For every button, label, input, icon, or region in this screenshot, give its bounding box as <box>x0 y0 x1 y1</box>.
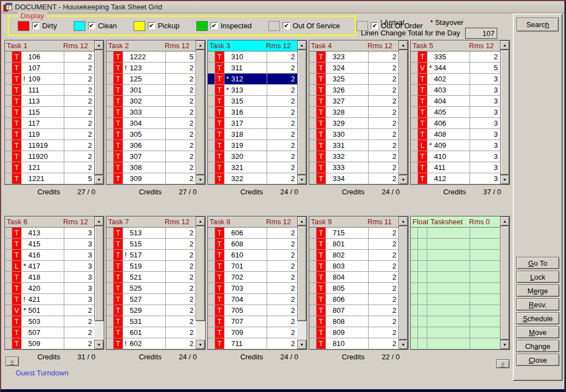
scroll-down-icon[interactable]: ▼ <box>94 340 104 349</box>
room-row[interactable]: T8032 <box>309 261 399 272</box>
room-row[interactable] <box>411 239 500 250</box>
room-row[interactable]: T3172 <box>208 118 297 129</box>
scroll-down-icon[interactable]: ▼ <box>196 175 205 184</box>
room-row[interactable]: T5072 <box>5 327 94 338</box>
scrollbar-thumb[interactable] <box>94 50 104 175</box>
room-row[interactable]: T5312 <box>106 316 196 327</box>
room-row[interactable]: T3302 <box>309 129 399 140</box>
room-row[interactable] <box>411 338 500 349</box>
room-row[interactable]: T4103 <box>411 151 500 162</box>
room-row[interactable]: T3182 <box>208 129 297 140</box>
vertical-scrollbar[interactable]: ▲▼ <box>500 40 509 184</box>
room-row[interactable]: T3032 <box>106 107 196 118</box>
room-row[interactable]: T3102 <box>208 51 297 63</box>
room-row[interactable]: T6062 <box>208 228 297 239</box>
room-row[interactable]: T4063 <box>411 118 500 129</box>
room-row[interactable]: T3212 <box>208 162 297 173</box>
room-row[interactable]: T4123 <box>411 173 500 184</box>
room-row[interactable]: T1212 <box>5 162 94 173</box>
room-row[interactable]: T3092 <box>106 173 196 184</box>
scroll-down-icon[interactable]: ▼ <box>196 340 205 349</box>
room-row[interactable]: T4043 <box>411 96 500 107</box>
room-row[interactable] <box>411 305 500 316</box>
scrollbar-track[interactable] <box>196 321 205 340</box>
go-to-button[interactable]: Go To <box>516 257 559 269</box>
room-row[interactable]: L*4173 <box>5 261 94 272</box>
room-row[interactable]: T5212 <box>106 272 196 283</box>
scrollbar-track[interactable] <box>94 321 104 340</box>
vertical-scrollbar[interactable]: ▲▼ <box>399 216 408 349</box>
room-row[interactable]: T3282 <box>309 107 399 118</box>
scroll-down-icon[interactable]: ▼ <box>399 340 408 349</box>
room-row[interactable]: T4053 <box>411 107 500 118</box>
room-row[interactable]: T7042 <box>208 294 297 305</box>
room-row[interactable]: T7112 <box>208 338 297 349</box>
room-row[interactable]: T7032 <box>208 283 297 294</box>
vertical-scrollbar[interactable]: ▲▼ <box>399 40 408 184</box>
room-row[interactable]: T!5172 <box>106 250 196 261</box>
room-row[interactable]: T4163 <box>5 250 94 261</box>
scroll-down-icon[interactable]: ▼ <box>94 175 104 184</box>
room-row[interactable]: T3072 <box>106 151 196 162</box>
room-row[interactable]: T1132 <box>5 96 94 107</box>
checkbox-out-of-service[interactable]: ✔ <box>283 22 290 29</box>
vertical-scrollbar[interactable]: ▲▼ <box>94 216 104 349</box>
room-row[interactable]: T3062 <box>106 140 196 151</box>
room-row[interactable]: T3272 <box>309 96 399 107</box>
room-row[interactable] <box>411 261 500 272</box>
scroll-up-icon[interactable]: ▲ <box>500 216 509 226</box>
scroll-up-icon[interactable]: ▲ <box>500 40 509 50</box>
room-row[interactable]: T3352 <box>411 51 500 63</box>
lock-button[interactable]: Lock <box>516 271 559 283</box>
room-row[interactable]: T3342 <box>309 173 399 184</box>
room-row[interactable] <box>411 316 500 327</box>
scroll-down-icon[interactable]: ▼ <box>500 175 509 184</box>
room-row[interactable]: L*4093 <box>411 140 500 151</box>
page-previous-button[interactable]: < <box>6 357 19 366</box>
room-row[interactable]: T3042 <box>106 118 196 129</box>
room-row[interactable]: T3252 <box>309 74 399 85</box>
checkbox-clean[interactable]: ✔ <box>88 22 95 29</box>
scrollbar-thumb[interactable] <box>399 50 408 175</box>
room-row[interactable]: T4033 <box>411 85 500 96</box>
room-row[interactable]: T12215 <box>5 173 94 184</box>
move-button[interactable]: Move <box>516 326 559 338</box>
room-row[interactable]: T3222 <box>208 173 297 184</box>
vertical-scrollbar[interactable]: ▲▼ <box>297 216 307 349</box>
scroll-down-icon[interactable]: ▼ <box>500 340 509 349</box>
resv-button[interactable]: Resv. <box>516 298 559 311</box>
scrollbar-thumb[interactable] <box>196 226 205 321</box>
scroll-up-icon[interactable]: ▲ <box>297 40 307 50</box>
room-row[interactable]: T5032 <box>5 316 94 327</box>
room-row[interactable]: T5152 <box>106 239 196 250</box>
room-row[interactable] <box>411 228 500 239</box>
scroll-up-icon[interactable]: ▲ <box>297 216 307 226</box>
scrollbar-thumb[interactable] <box>196 50 205 175</box>
scroll-up-icon[interactable]: ▲ <box>94 40 104 50</box>
room-row[interactable]: T!1092 <box>5 74 94 85</box>
room-row[interactable]: T119202 <box>5 151 94 162</box>
scroll-up-icon[interactable]: ▲ <box>196 40 205 50</box>
room-row[interactable]: T6102 <box>208 250 297 261</box>
room-row[interactable]: T5292 <box>106 305 196 316</box>
room-row[interactable]: T3202 <box>208 151 297 162</box>
room-row[interactable]: T5132 <box>106 228 196 239</box>
room-row[interactable]: T1252 <box>106 74 196 85</box>
scroll-up-icon[interactable]: ▲ <box>399 216 408 226</box>
room-row[interactable]: T4203 <box>5 283 94 294</box>
vertical-scrollbar[interactable]: ▲▼ <box>196 40 205 184</box>
room-row[interactable] <box>411 294 500 305</box>
room-row[interactable]: T!4213 <box>5 294 94 305</box>
room-row[interactable]: T8082 <box>309 316 399 327</box>
room-row[interactable]: T3152 <box>208 96 297 107</box>
vertical-scrollbar[interactable]: ▲▼ <box>196 216 205 349</box>
room-row[interactable]: T4113 <box>411 162 500 173</box>
room-row[interactable]: T7152 <box>309 228 399 239</box>
room-row[interactable]: T7072 <box>208 316 297 327</box>
room-row[interactable]: V*3445 <box>411 63 500 74</box>
room-row[interactable]: T12225 <box>106 51 196 63</box>
room-row[interactable]: T1192 <box>5 129 94 140</box>
room-row[interactable]: V*5012 <box>5 305 94 316</box>
room-row[interactable] <box>411 250 500 261</box>
checkbox-pickup[interactable]: ✔ <box>148 22 155 29</box>
